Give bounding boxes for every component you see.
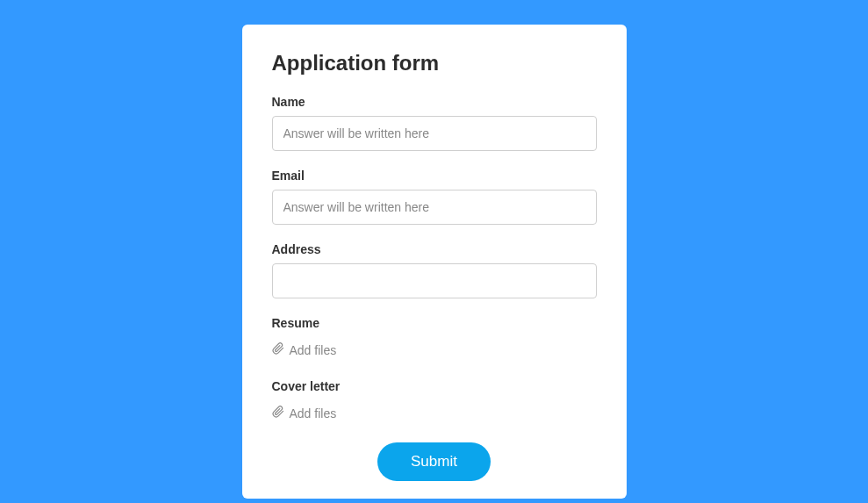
cover-letter-add-files-button[interactable]: Add files <box>272 406 337 420</box>
form-title: Application form <box>272 51 597 75</box>
name-label: Name <box>272 95 597 109</box>
email-label: Email <box>272 169 597 183</box>
address-input[interactable] <box>272 263 597 298</box>
attachment-icon <box>272 406 284 420</box>
email-field-group: Email <box>272 169 597 225</box>
name-field-group: Name <box>272 95 597 151</box>
address-label: Address <box>272 242 597 256</box>
resume-add-files-text: Add files <box>290 343 337 357</box>
name-input[interactable] <box>272 116 597 151</box>
email-input[interactable] <box>272 190 597 225</box>
application-form-card: Application form Name Email Address Resu… <box>242 25 627 499</box>
resume-add-files-button[interactable]: Add files <box>272 342 337 357</box>
cover-letter-field-group: Cover letter Add files <box>272 379 597 421</box>
resume-label: Resume <box>272 316 597 330</box>
submit-button[interactable]: Submit <box>377 442 491 481</box>
address-field-group: Address <box>272 242 597 298</box>
attachment-icon <box>272 342 284 357</box>
submit-row: Submit <box>272 442 597 481</box>
resume-field-group: Resume Add files <box>272 316 597 358</box>
cover-letter-add-files-text: Add files <box>290 406 337 420</box>
cover-letter-label: Cover letter <box>272 379 597 393</box>
